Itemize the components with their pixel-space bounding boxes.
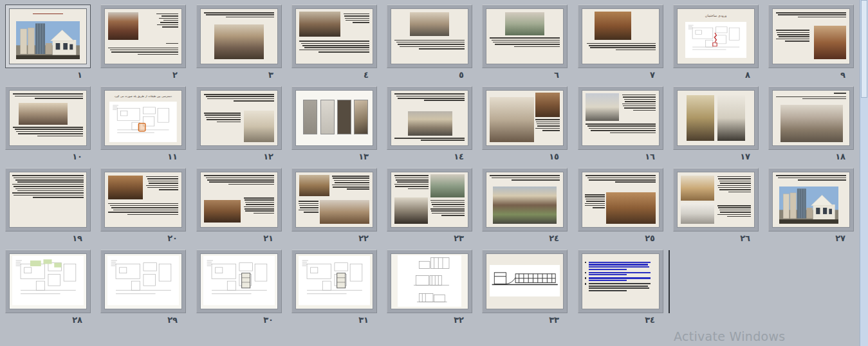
text-line: [205, 114, 241, 116]
text-line: [398, 44, 465, 45]
slide-canvas: [486, 8, 564, 64]
slide-thumbnail-28[interactable]: ٢٨: [5, 250, 91, 313]
slide-number: ٢٢: [358, 233, 369, 243]
slide-thumbnail-17[interactable]: ١٧: [673, 86, 759, 150]
text-line: [779, 36, 809, 37]
slide-number: ٣٢: [454, 315, 464, 325]
slide-thumbnail-2[interactable]: ٢: [100, 5, 186, 68]
text-line: [395, 186, 429, 187]
text-block: [394, 175, 429, 190]
floor-plan-drawing: [685, 22, 746, 58]
text-line: [589, 179, 656, 181]
link-group: [589, 262, 654, 270]
slide-photo: [320, 200, 369, 224]
text-line: [433, 206, 465, 208]
text-line: [254, 213, 274, 214]
text-line: [394, 184, 429, 185]
slide-canvas: [486, 90, 564, 146]
text-line: [17, 181, 84, 183]
slide-thumbnail-11[interactable]: دسترسی بین طبقات از طریق پله صورت می گیر…: [100, 86, 186, 150]
text-block: [13, 93, 83, 100]
slide-thumbnail-19[interactable]: ١٩: [5, 168, 91, 232]
link-line: [589, 274, 627, 275]
slide-thumbnail-31[interactable]: ٣١: [291, 250, 377, 313]
text-line: [207, 179, 274, 181]
text-line: [441, 215, 465, 216]
text-line: [776, 39, 809, 40]
slide-thumbnail-6[interactable]: ٦: [482, 5, 568, 68]
text-line: [776, 30, 809, 31]
slide-photo: [687, 95, 714, 141]
text-line: [777, 34, 809, 35]
slide-thumbnail-18[interactable]: ١٨: [768, 86, 854, 150]
link-group: [589, 283, 654, 291]
text-line: [633, 110, 656, 111]
text-line: [802, 98, 846, 100]
section-drawing: [490, 265, 560, 296]
link-line: [589, 266, 649, 268]
slide-photo: [19, 103, 68, 125]
text-line: [13, 127, 83, 128]
slide-thumbnail-13[interactable]: ١٣: [291, 86, 377, 150]
scrollbar[interactable]: [860, 0, 868, 346]
text-line: [717, 205, 751, 206]
text-line: [304, 212, 318, 213]
slide-photo: [410, 12, 450, 36]
slide-thumbnail-16[interactable]: ١٦: [578, 86, 663, 150]
text-line: [727, 216, 752, 217]
text-block: [344, 14, 369, 24]
slide-canvas: [9, 172, 87, 228]
bullet-dot: [585, 272, 587, 274]
text-line: [490, 37, 560, 39]
scrollbar-thumb[interactable]: [861, 0, 867, 98]
slide-thumbnail-4[interactable]: ٤: [291, 5, 377, 68]
text-line: [301, 43, 370, 44]
text-line: [587, 43, 656, 44]
text-line: [15, 96, 84, 97]
slide-number: ١: [77, 70, 82, 80]
text-block: [717, 205, 751, 218]
text-line: [586, 123, 656, 125]
text-line: [717, 185, 751, 187]
bullet-dot: [585, 262, 587, 264]
text-line: [719, 189, 752, 190]
text-line: [299, 205, 318, 206]
slide-thumbnail-30[interactable]: ٣٠: [196, 250, 282, 313]
slide-thumbnail-15[interactable]: ١٥: [482, 86, 568, 150]
slide-thumbnail-27[interactable]: ٢٧: [768, 168, 854, 232]
text-block: [332, 176, 369, 191]
slide-thumbnail-20[interactable]: ٢٠: [100, 168, 186, 232]
slide-thumbnail-26[interactable]: ٢٦: [673, 168, 759, 232]
slide-thumbnail-21[interactable]: ٢١: [196, 168, 282, 232]
slide-thumbnail-5[interactable]: ٥: [387, 5, 472, 68]
slide-number: ٧: [650, 70, 655, 80]
slide-thumbnail-10[interactable]: ١٠: [5, 86, 91, 150]
slide-photo: [606, 192, 656, 224]
bullet-dot: [585, 277, 587, 279]
text-line: [217, 122, 241, 123]
slide-thumbnail-25[interactable]: ٢٥: [578, 168, 663, 232]
slide-thumbnail-7[interactable]: ٧: [578, 5, 663, 68]
slide-thumbnail-34[interactable]: ٣٤: [578, 250, 663, 313]
bullet-dot: [585, 283, 587, 285]
slide-thumbnail-14[interactable]: ١٤: [387, 86, 472, 150]
text-block: [394, 93, 465, 102]
slide-thumbnail-24[interactable]: ٢٤: [482, 168, 568, 232]
text-block: [490, 37, 560, 48]
slide-thumbnail-1[interactable]: ١: [5, 5, 91, 68]
text-block: [299, 201, 319, 214]
slide-number: ٢٣: [454, 233, 464, 243]
text-line: [586, 175, 656, 176]
slide-thumbnail-33[interactable]: ٣٣: [482, 250, 568, 313]
slide-thumbnail-3[interactable]: ٣: [196, 5, 282, 68]
text-line: [718, 187, 751, 188]
slide-photo: [108, 12, 139, 40]
slide-thumbnail-8[interactable]: ورودی ساختمان٨: [673, 5, 759, 68]
slide-thumbnail-9[interactable]: ٩: [768, 5, 854, 68]
slide-thumbnail-12[interactable]: ١٢: [196, 86, 282, 150]
slide-thumbnail-22[interactable]: ٢٢: [291, 168, 377, 232]
slide-thumbnail-29[interactable]: ٢٩: [100, 250, 186, 313]
slide-number: ٢٨: [72, 315, 82, 325]
slide-thumbnail-32[interactable]: ٣٢: [387, 250, 472, 313]
slide-thumbnail-23[interactable]: ٢٣: [387, 168, 472, 232]
